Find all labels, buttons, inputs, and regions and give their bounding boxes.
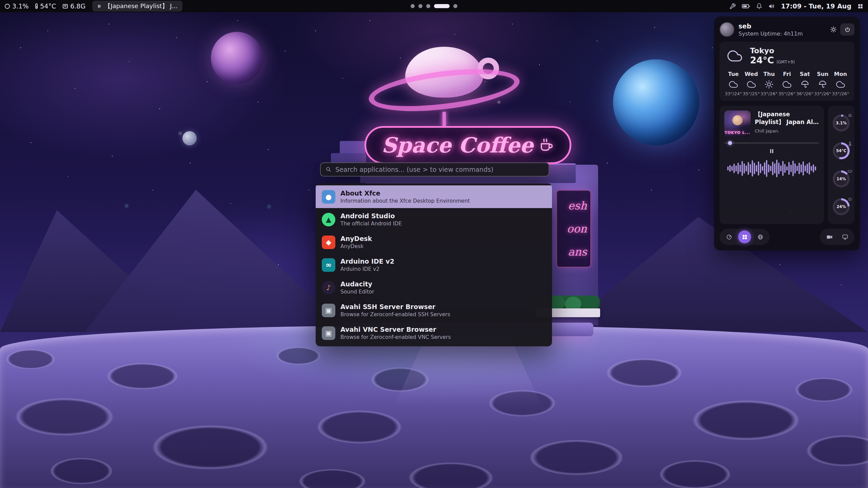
forecast-weather-icon <box>818 80 827 89</box>
launcher-result-row[interactable]: ♪ Audacity Sound Editor <box>316 276 552 299</box>
cloud-icon <box>725 48 745 63</box>
waveform-bar <box>792 161 794 176</box>
waveform-bar <box>764 162 765 175</box>
waveform-bar <box>801 164 802 172</box>
gauge-value: 3.1% <box>836 121 847 125</box>
top-bar: 3.1% 54°C 6.8G 【Japanese Playlist】 J... … <box>0 0 868 12</box>
waveform-bar <box>780 165 782 171</box>
app-description: Information about the Xfce Desktop Envir… <box>340 198 470 204</box>
quick-settings-row <box>719 229 854 245</box>
workspace-dot[interactable] <box>418 4 422 8</box>
umbrella-icon <box>818 80 827 89</box>
media-progress-bar[interactable] <box>724 142 819 144</box>
pause-button[interactable] <box>769 148 775 154</box>
waveform-bar <box>784 164 786 173</box>
app-name: About Xfce <box>340 189 470 197</box>
app-icon: ∞ <box>322 258 335 272</box>
apps-button[interactable] <box>738 230 751 243</box>
avatar <box>719 22 734 37</box>
waveform-bar <box>807 164 808 173</box>
system-gauge: 54°C <box>833 142 850 159</box>
waveform-bar <box>768 164 769 172</box>
media-indicator[interactable]: 【Japanese Playlist】 J... <box>92 1 182 12</box>
umbrella-icon <box>801 80 809 89</box>
app-icon-glyph: ▣ <box>325 329 332 337</box>
cloud-icon <box>836 80 845 89</box>
waveform-bar <box>790 165 792 172</box>
workspace-dot[interactable] <box>453 4 457 8</box>
waveform-bar <box>746 165 747 171</box>
monitor-icon <box>842 234 848 240</box>
app-grid-icon[interactable] <box>857 3 863 9</box>
app-description: AnyDesk <box>340 243 372 249</box>
power-icon <box>845 27 850 33</box>
user-name: seb <box>738 22 803 30</box>
workspace-dot[interactable] <box>426 4 430 8</box>
waveform-bar <box>742 161 743 176</box>
waveform-bar <box>794 163 796 174</box>
gauge-value: 14% <box>836 177 846 181</box>
tools-icon[interactable] <box>729 3 736 9</box>
launcher-result-row[interactable]: ∞ Arduino IDE v2 Arduino IDE v2 <box>316 253 552 276</box>
media-subtitle: Chill Japan. <box>755 128 819 134</box>
app-icon-glyph: ● <box>326 193 332 201</box>
screen-record-button[interactable] <box>823 230 836 243</box>
memory-icon <box>63 4 68 8</box>
gauge-ring: 3.1% <box>833 115 850 131</box>
app-icon-glyph: ▣ <box>325 306 332 314</box>
temperature-indicator: 54°C <box>35 2 56 10</box>
weather-card: Tokyo 24°C (GMT+9) Tue 33°/24° <box>719 42 854 101</box>
power-button[interactable] <box>840 23 854 36</box>
waveform-bar <box>737 163 739 174</box>
battery-icon[interactable] <box>742 4 750 9</box>
forecast-day-label: Tue <box>728 71 738 77</box>
forecast-day-label: Fri <box>783 71 791 77</box>
progress-handle[interactable] <box>728 141 732 145</box>
clock[interactable]: 17:09 - Tue, 19 Aug <box>781 2 851 10</box>
app-icon-glyph: ∞ <box>326 261 332 269</box>
waveform-bar <box>733 164 735 173</box>
cpu-usage-value: 3.1% <box>12 2 28 10</box>
forecast-weather-icon <box>729 80 738 89</box>
workspace-indicator <box>411 0 457 12</box>
waveform-bar <box>803 161 804 176</box>
app-icon: ▣ <box>322 326 335 340</box>
launcher-result-row[interactable]: ● About Xfce Information about the Xfce … <box>316 185 552 208</box>
system-gauge: 3.1% <box>833 115 850 131</box>
launcher-result-row[interactable]: ▲ Android Studio The official Android ID… <box>316 208 552 231</box>
cloud-icon <box>729 80 738 89</box>
workspace-dot[interactable] <box>411 4 415 8</box>
waveform-bar <box>727 166 729 170</box>
network-button[interactable] <box>754 230 767 243</box>
coffee-cup-icon <box>539 137 554 153</box>
weather-city: Tokyo <box>750 46 795 55</box>
workspace-dot[interactable] <box>434 4 450 8</box>
display-button[interactable] <box>839 230 851 243</box>
launcher-result-row[interactable]: ▣ Avahi SSH Server Browser Browse for Ze… <box>316 299 552 322</box>
cloud-icon <box>747 80 756 89</box>
waveform-bar <box>760 164 761 173</box>
waveform-bar <box>811 166 812 171</box>
app-icon: ● <box>322 190 335 204</box>
globe-icon <box>757 234 764 240</box>
bell-icon[interactable] <box>756 3 762 9</box>
sun-icon <box>765 80 773 89</box>
launcher-result-row[interactable]: ▣ Avahi VNC Server Browser Browse for Ze… <box>316 322 552 344</box>
waveform-bar <box>774 163 775 174</box>
search-input[interactable] <box>335 166 544 173</box>
weather-timezone: (GMT+9) <box>776 60 795 64</box>
settings-button[interactable] <box>830 26 837 33</box>
media-title: 【Japanese Playlist】 Japan All Night - To… <box>755 110 819 126</box>
waveform-bar <box>782 161 784 176</box>
waveform-bar <box>735 165 737 171</box>
memory-value: 6.8G <box>70 2 85 10</box>
performance-button[interactable] <box>723 230 735 243</box>
album-art-text: TOKYO L... <box>724 130 751 135</box>
pause-icon <box>97 4 101 8</box>
forecast-temps: 33°/24° <box>725 91 742 96</box>
forecast-day-label: Wed <box>745 71 758 77</box>
neon-window-art: eshoonans <box>556 190 591 268</box>
app-icon-glyph: ♪ <box>326 284 331 292</box>
volume-icon[interactable] <box>768 3 775 9</box>
launcher-result-row[interactable]: ◆ AnyDesk AnyDesk <box>316 231 552 253</box>
